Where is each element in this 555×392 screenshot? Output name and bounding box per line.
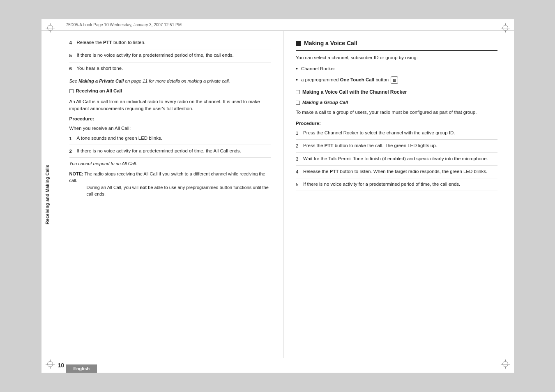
- right-column: Making a Voice Call You can select a cha…: [283, 31, 514, 358]
- note-text-2: During an All Call, you will not be able…: [87, 184, 271, 198]
- book-page: 75D05-A.book Page 10 Wednesday, January …: [41, 19, 514, 373]
- r-step-5-text: If there is no voice activity for a pred…: [303, 181, 497, 188]
- bullet-dot-1: •: [296, 65, 298, 73]
- italic-note: See Making a Private Call on page 11 for…: [69, 78, 271, 85]
- channel-rocker-title: Making a Voice Call with the Channel Roc…: [302, 88, 407, 96]
- page-container: 75D05-A.book Page 10 Wednesday, January …: [0, 0, 555, 392]
- side-tab: Receiving and Making Calls: [41, 31, 53, 358]
- right-step-3: 3 Wait for the Talk Permit Tone to finis…: [296, 155, 497, 166]
- right-intro: You can select a channel, subscriber ID …: [296, 54, 497, 61]
- step-5-num: 5: [69, 52, 77, 59]
- one-touch-call-icon: ▩: [391, 76, 398, 84]
- bullet-one-touch: • a preprogrammed One Touch Call button …: [296, 76, 497, 84]
- r-step-5-num: 5: [296, 181, 303, 188]
- all-call-step-2-text: If there is no voice activity for a pred…: [77, 148, 271, 154]
- right-step-2: 2 Press the PTT button to make the call.…: [296, 142, 497, 152]
- group-call-title-text: Making a Group Call: [302, 100, 348, 105]
- page-number: 10: [58, 362, 64, 369]
- header-bar: 75D05-A.book Page 10 Wednesday, January …: [41, 19, 514, 31]
- receiving-section-title: Receiving an All Call: [69, 88, 271, 95]
- right-step-4: 4 Release the PTT button to listen. When…: [296, 168, 497, 178]
- r-step-1-text: Press the Channel Rocker to select the c…: [303, 129, 497, 136]
- bullet-channel-rocker: • Channel Rocker: [296, 65, 497, 73]
- footer: 10 English: [41, 358, 514, 373]
- receiving-body: An All Call is a call from an individual…: [69, 98, 271, 113]
- content-area: Receiving and Making Calls 4 Release the…: [41, 31, 514, 358]
- r-step-3-num: 3: [296, 155, 303, 163]
- note-label: NOTE:: [69, 171, 83, 176]
- small-square-icon: [69, 89, 74, 93]
- all-call-step-2-num: 2: [69, 148, 77, 155]
- black-square-icon: [296, 41, 301, 46]
- side-tab-label: Receiving and Making Calls: [45, 165, 50, 224]
- cannot-respond: You cannot respond to an All Call.: [69, 160, 271, 167]
- left-column: 4 Release the PTT button to listen. 5 If…: [53, 31, 284, 358]
- r-step-2-text: Press the PTT button to make the call. T…: [303, 142, 497, 149]
- bullet-dot-2: •: [296, 76, 298, 84]
- right-step-5: 5 If there is no voice activity for a pr…: [296, 181, 497, 191]
- step-5-text: If there is no voice activity for a pred…: [77, 52, 271, 59]
- all-call-step-2: 2 If there is no voice activity for a pr…: [69, 148, 271, 158]
- step-4-text: Release the PTT button to listen.: [77, 39, 271, 46]
- r-step-2-num: 2: [296, 142, 303, 150]
- bullet-text-1: Channel Rocker: [301, 65, 335, 72]
- all-call-step-1-text: A tone sounds and the green LED blinks.: [77, 135, 271, 142]
- step-6-num: 6: [69, 65, 77, 72]
- left-step-4: 4 Release the PTT button to listen.: [69, 39, 271, 49]
- right-procedure-label: Procedure:: [296, 120, 497, 127]
- note-text-1: The radio stops receiving the All Call i…: [69, 171, 265, 183]
- language-tab: English: [66, 364, 97, 373]
- r-step-4-text: Release the PTT button to listen. When t…: [303, 168, 497, 175]
- r-step-1-num: 1: [296, 129, 303, 137]
- r-step-3-text: Wait for the Talk Permit Tone to finish …: [303, 155, 497, 162]
- step-6-text: You hear a short tone.: [77, 65, 271, 72]
- bullet-text-2: a preprogrammed One Touch Call button ▩: [301, 76, 398, 84]
- main-title-text: Making a Voice Call: [304, 39, 357, 48]
- channel-rocker-section: Making a Voice Call with the Channel Roc…: [296, 88, 497, 96]
- procedure-intro: When you receive an All Call:: [69, 125, 271, 132]
- left-step-5: 5 If there is no voice activity for a pr…: [69, 52, 271, 62]
- group-call-intro: To make a call to a group of users, your…: [296, 109, 497, 116]
- all-call-step-1: 1 A tone sounds and the green LED blinks…: [69, 135, 271, 145]
- small-square-icon-2: [296, 90, 300, 94]
- note-block: NOTE: The radio stops receiving the All …: [69, 171, 271, 198]
- group-call-title-row: Making a Group Call: [296, 99, 497, 106]
- making-voice-call-title: Making a Voice Call: [296, 39, 497, 51]
- left-step-6: 6 You hear a short tone.: [69, 65, 271, 75]
- left-procedure-label: Procedure:: [69, 115, 271, 122]
- right-step-1: 1 Press the Channel Rocker to select the…: [296, 129, 497, 140]
- receiving-title-text: Receiving an All Call: [76, 88, 122, 95]
- small-square-icon-3: [296, 101, 300, 105]
- r-step-4-num: 4: [296, 168, 303, 175]
- header-text: 75D05-A.book Page 10 Wednesday, January …: [66, 23, 182, 27]
- step-4-num: 4: [69, 39, 77, 46]
- columns: 4 Release the PTT button to listen. 5 If…: [53, 31, 514, 358]
- all-call-step-1-num: 1: [69, 135, 77, 142]
